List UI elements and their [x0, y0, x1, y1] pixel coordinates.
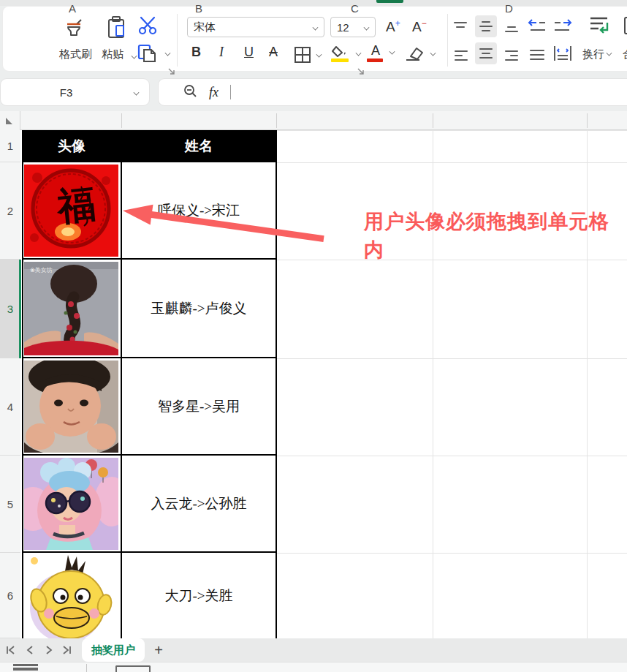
- align-bottom-button[interactable]: [501, 18, 522, 37]
- status-bar-clipped: [0, 662, 627, 672]
- merge-icon: [623, 14, 627, 39]
- fill-color-button[interactable]: [330, 45, 351, 64]
- cell-b3-name[interactable]: 玉麒麟->卢俊义: [122, 260, 276, 357]
- cell-b6-name[interactable]: 大刀->关胜: [122, 553, 276, 638]
- format-painter-button[interactable]: 格式刷: [58, 14, 98, 67]
- avatar-pink-hair-girl-art[interactable]: [24, 458, 118, 550]
- borders-button[interactable]: [294, 46, 311, 67]
- align-center-button[interactable]: [475, 42, 497, 64]
- row-header-5[interactable]: 5: [0, 456, 20, 553]
- column-header-b[interactable]: B: [195, 2, 202, 15]
- copy-button[interactable]: [137, 43, 170, 65]
- clear-format-chevron[interactable]: [430, 50, 436, 56]
- align-middle-button[interactable]: [475, 15, 497, 37]
- prev-sheet-button[interactable]: [22, 643, 38, 657]
- avatar-red-dress-braid-photo[interactable]: ❀美女坊: [24, 262, 118, 355]
- cell-b4-name[interactable]: 智多星->吴用: [122, 358, 276, 454]
- align-right-button[interactable]: [501, 45, 522, 64]
- header-cell-avatar[interactable]: 头像: [22, 130, 121, 162]
- select-all-triangle-icon: [6, 118, 12, 124]
- next-sheet-button[interactable]: [41, 643, 57, 657]
- name-box[interactable]: F3: [0, 78, 150, 106]
- selected-row-indicator: [19, 260, 21, 358]
- justify-button[interactable]: [526, 45, 548, 64]
- strikethrough-button[interactable]: A: [269, 45, 278, 60]
- column-header-a[interactable]: A: [69, 2, 76, 15]
- decrease-font-button[interactable]: A−: [412, 18, 427, 35]
- font-size-combo[interactable]: 12: [330, 17, 376, 37]
- font-size-value: 12: [337, 21, 349, 34]
- column-header-row: [0, 111, 627, 130]
- wrap-text-icon: [587, 14, 613, 39]
- format-painter-icon: [62, 15, 87, 43]
- paste-label: 粘贴: [102, 48, 123, 61]
- clipboard-dialog-launcher[interactable]: [168, 65, 175, 78]
- merge-label: 合: [623, 48, 627, 61]
- last-sheet-button[interactable]: [58, 643, 75, 657]
- wrap-text-button[interactable]: 换行: [582, 14, 620, 67]
- name-box-chevron[interactable]: [134, 89, 140, 95]
- first-sheet-button[interactable]: [3, 643, 19, 657]
- format-painter-label: 格式刷: [59, 48, 92, 61]
- row-header-3-selected[interactable]: 3: [0, 260, 20, 358]
- formula-bar[interactable]: fx: [158, 78, 627, 106]
- cell-b2-name[interactable]: 呼保义->宋江: [122, 162, 276, 258]
- font-color-button[interactable]: A: [367, 43, 384, 64]
- cut-button[interactable]: [137, 15, 162, 37]
- spreadsheet-app: 格式刷 粘贴 宋体 12 A+ A− B I U A: [0, 0, 627, 672]
- merge-center-button-clipped[interactable]: 合: [623, 14, 627, 67]
- title-strip: [0, 0, 627, 6]
- cell-reference: F3: [1, 86, 132, 99]
- row-header-2[interactable]: 2: [0, 162, 20, 260]
- font-color-chevron[interactable]: [390, 49, 395, 55]
- wrap-text-chevron: [607, 50, 612, 56]
- avatar-fu-new-year-ornament[interactable]: 福: [24, 165, 118, 257]
- font-name-combo[interactable]: 宋体: [187, 17, 324, 37]
- bold-button[interactable]: B: [191, 45, 201, 60]
- column-header-d[interactable]: D: [505, 2, 513, 15]
- borders-icon: [294, 46, 311, 64]
- avatar-child-photo[interactable]: [24, 360, 118, 453]
- copy-icon: [137, 43, 159, 64]
- font-dialog-launcher[interactable]: [357, 65, 365, 78]
- sheet-tab-active[interactable]: 抽奖用户: [82, 638, 145, 662]
- add-sheet-button[interactable]: +: [149, 639, 168, 661]
- underline-button[interactable]: U: [244, 45, 254, 60]
- distributed-button[interactable]: [552, 42, 574, 64]
- font-color-icon: A: [367, 43, 384, 58]
- increase-font-button[interactable]: A+: [386, 18, 400, 35]
- select-all-corner[interactable]: [0, 111, 20, 130]
- header-cell-name[interactable]: 姓名: [121, 130, 276, 162]
- active-ribbon-tab-underline: [376, 0, 403, 3]
- borders-chevron[interactable]: [316, 52, 322, 58]
- paste-button[interactable]: 粘贴: [100, 14, 135, 67]
- paste-icon: [106, 15, 128, 43]
- scissors-icon: [137, 15, 160, 36]
- status-glyphs-clipped: [13, 664, 38, 671]
- fill-color-chevron[interactable]: [356, 50, 362, 56]
- group-divider: [177, 14, 178, 67]
- row-header-1[interactable]: 1: [0, 130, 20, 162]
- status-divider: [86, 664, 87, 672]
- clear-format-button[interactable]: [403, 45, 425, 64]
- increase-indent-button[interactable]: [552, 15, 574, 37]
- fx-icon[interactable]: fx: [209, 85, 218, 100]
- align-top-button[interactable]: [452, 18, 472, 37]
- italic-button[interactable]: I: [219, 45, 224, 60]
- font-name-value: 宋体: [194, 20, 216, 34]
- decrease-indent-button[interactable]: [526, 15, 548, 37]
- copy-dropdown-chevron[interactable]: [165, 50, 171, 56]
- search-minus-icon[interactable]: [183, 84, 197, 101]
- ribbon: 格式刷 粘贴 宋体 12 A+ A− B I U A: [2, 6, 627, 72]
- font-size-chevron: [364, 24, 370, 30]
- wrap-text-label: 换行: [582, 48, 604, 60]
- formula-input-caret: [230, 85, 231, 99]
- column-header-c[interactable]: C: [351, 2, 359, 15]
- row-header-6[interactable]: 6: [0, 553, 20, 638]
- cell-b5-name[interactable]: 入云龙->公孙胜: [122, 456, 276, 551]
- align-left-button[interactable]: [452, 45, 472, 64]
- font-name-chevron: [313, 24, 319, 30]
- annotation-text: 用户头像必须拖拽到单元格内: [364, 208, 616, 265]
- avatar-yellow-duck-cartoon[interactable]: [24, 555, 118, 638]
- row-header-4[interactable]: 4: [0, 358, 20, 456]
